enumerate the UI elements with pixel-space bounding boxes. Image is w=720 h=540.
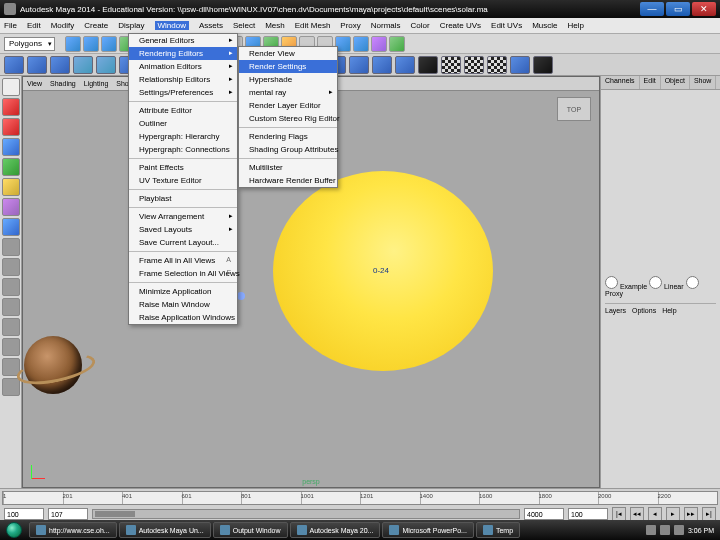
layout-icon[interactable] bbox=[2, 338, 20, 356]
menu-item[interactable]: Raise Main Window bbox=[129, 298, 237, 311]
shelf-icon[interactable] bbox=[487, 56, 507, 74]
play-end-icon[interactable]: ▸| bbox=[702, 507, 716, 521]
camera-badge[interactable]: TOP bbox=[557, 97, 591, 121]
menu-item[interactable]: Saved Layouts▸ bbox=[129, 223, 237, 236]
shelf-icon[interactable] bbox=[510, 56, 530, 74]
shelf-icon[interactable] bbox=[349, 56, 369, 74]
help-label[interactable]: Help bbox=[662, 307, 676, 314]
menu-item[interactable]: Hypershade bbox=[239, 73, 337, 86]
menu-item[interactable]: Frame Selection in All ViewsF bbox=[129, 267, 237, 280]
tool-icon[interactable] bbox=[2, 238, 20, 256]
layout-icon[interactable] bbox=[2, 378, 20, 396]
menu-item[interactable]: Relationship Editors▸ bbox=[129, 73, 237, 86]
menu-item[interactable]: Shading Group Attributes bbox=[239, 143, 337, 156]
minimize-button[interactable]: — bbox=[640, 2, 664, 16]
tab-show[interactable]: Show bbox=[690, 76, 717, 89]
shelf-icon[interactable] bbox=[27, 56, 47, 74]
shelf-icon[interactable] bbox=[533, 56, 553, 74]
menu-item[interactable]: Multilister bbox=[239, 158, 337, 174]
menu-editmesh[interactable]: Edit Mesh bbox=[295, 21, 331, 30]
options-label[interactable]: Options bbox=[632, 307, 656, 314]
time-slider[interactable]: 1201401601801100112011400160018002000220… bbox=[0, 488, 720, 506]
menu-proxy[interactable]: Proxy bbox=[340, 21, 360, 30]
play-start-icon[interactable]: |◂ bbox=[612, 507, 626, 521]
menu-color[interactable]: Color bbox=[411, 21, 430, 30]
menu-edit[interactable]: Edit bbox=[27, 21, 41, 30]
tool-icon[interactable] bbox=[2, 258, 20, 276]
tray-icon[interactable] bbox=[660, 525, 670, 535]
menu-mesh[interactable]: Mesh bbox=[265, 21, 285, 30]
menu-item[interactable]: Save Current Layout... bbox=[129, 236, 237, 249]
shelf-icon[interactable] bbox=[441, 56, 461, 74]
menu-item[interactable]: Render View bbox=[239, 47, 337, 60]
shelf-icon[interactable] bbox=[395, 56, 415, 74]
shelf-icon[interactable] bbox=[372, 56, 392, 74]
menu-item[interactable]: mental ray▸ bbox=[239, 86, 337, 99]
maximize-button[interactable]: ▭ bbox=[666, 2, 690, 16]
layout-icon[interactable] bbox=[2, 298, 20, 316]
tool-icon[interactable] bbox=[65, 36, 81, 52]
menu-edituvs[interactable]: Edit UVs bbox=[491, 21, 522, 30]
menu-item[interactable]: Hardware Render Buffer bbox=[239, 174, 337, 187]
play-back-icon[interactable]: ◂ bbox=[648, 507, 662, 521]
menu-item[interactable]: Outliner bbox=[129, 117, 237, 130]
menu-item[interactable]: Render Settings bbox=[239, 60, 337, 73]
manip-tool-icon[interactable] bbox=[2, 198, 20, 216]
radio-proxy[interactable] bbox=[686, 276, 699, 289]
menu-normals[interactable]: Normals bbox=[371, 21, 401, 30]
menu-item[interactable]: Custom Stereo Rig Editor bbox=[239, 112, 337, 125]
layout-icon[interactable] bbox=[2, 278, 20, 296]
shelf-icon[interactable] bbox=[73, 56, 93, 74]
shelf-icon[interactable] bbox=[4, 56, 24, 74]
menu-item[interactable]: Hypergraph: Hierarchy bbox=[129, 130, 237, 143]
planet-sphere[interactable] bbox=[24, 336, 82, 394]
radio-example[interactable] bbox=[605, 276, 618, 289]
menu-item[interactable]: Rendering Editors▸ bbox=[129, 47, 237, 60]
taskbar-item[interactable]: http://www.cse.oh... bbox=[29, 522, 117, 538]
timeline-ruler[interactable]: 1201401601801100112011400160018002000220… bbox=[2, 491, 718, 505]
radio-linear[interactable] bbox=[649, 276, 662, 289]
menu-item[interactable]: Paint Effects bbox=[129, 158, 237, 174]
menu-display[interactable]: Display bbox=[118, 21, 144, 30]
range-start2-field[interactable] bbox=[48, 508, 88, 520]
menu-modify[interactable]: Modify bbox=[51, 21, 75, 30]
layout-icon[interactable] bbox=[2, 318, 20, 336]
lasso-tool-icon[interactable] bbox=[2, 98, 20, 116]
menu-item[interactable]: Rendering Flags bbox=[239, 127, 337, 143]
tool-icon[interactable] bbox=[389, 36, 405, 52]
vp-shading[interactable]: Shading bbox=[50, 80, 76, 87]
clock[interactable]: 3:06 PM bbox=[688, 527, 714, 534]
tool-icon[interactable] bbox=[83, 36, 99, 52]
tab-channels[interactable]: Channels bbox=[601, 76, 640, 89]
taskbar-item[interactable]: Microsoft PowerPo... bbox=[382, 522, 474, 538]
range-start-field[interactable] bbox=[4, 508, 44, 520]
shelf-icon[interactable] bbox=[418, 56, 438, 74]
shelf-icon[interactable] bbox=[96, 56, 116, 74]
scale-tool-icon[interactable] bbox=[2, 178, 20, 196]
range-end2-field[interactable] bbox=[568, 508, 608, 520]
range-end-field[interactable] bbox=[524, 508, 564, 520]
menu-item[interactable]: Animation Editors▸ bbox=[129, 60, 237, 73]
select-tool-icon[interactable] bbox=[2, 78, 20, 96]
menu-item[interactable]: Raise Application Windows bbox=[129, 311, 237, 324]
menu-item[interactable]: Render Layer Editor bbox=[239, 99, 337, 112]
menu-item[interactable]: View Arrangement▸ bbox=[129, 207, 237, 223]
tab-edit[interactable]: Edit bbox=[640, 76, 661, 89]
tray-icon[interactable] bbox=[646, 525, 656, 535]
menu-select[interactable]: Select bbox=[233, 21, 255, 30]
menu-file[interactable]: File bbox=[4, 21, 17, 30]
tray-icon[interactable] bbox=[674, 525, 684, 535]
menu-muscle[interactable]: Muscle bbox=[532, 21, 557, 30]
move-tool-icon[interactable] bbox=[2, 138, 20, 156]
step-fwd-icon[interactable]: ▸▸ bbox=[684, 507, 698, 521]
shelf-icon[interactable] bbox=[50, 56, 70, 74]
menu-item[interactable]: General Editors▸ bbox=[129, 34, 237, 47]
shelf-icon[interactable] bbox=[464, 56, 484, 74]
range-slider-thumb[interactable] bbox=[95, 511, 135, 517]
play-fwd-icon[interactable]: ▸ bbox=[666, 507, 680, 521]
paint-tool-icon[interactable] bbox=[2, 118, 20, 136]
mode-selector[interactable]: Polygons bbox=[4, 37, 55, 51]
tab-object[interactable]: Object bbox=[661, 76, 690, 89]
rotate-tool-icon[interactable] bbox=[2, 158, 20, 176]
menu-assets[interactable]: Assets bbox=[199, 21, 223, 30]
